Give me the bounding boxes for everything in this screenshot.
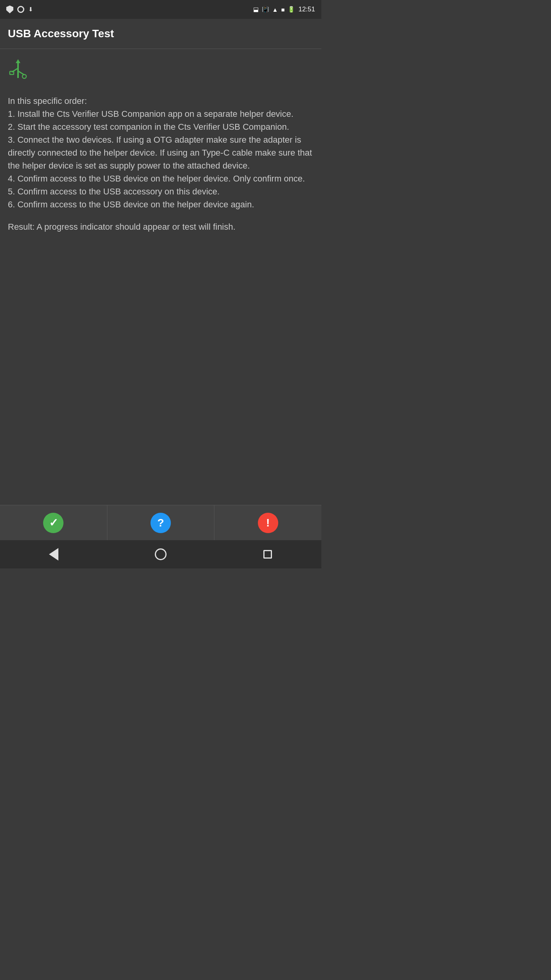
fail-icon-circle: !: [258, 513, 278, 533]
back-icon: [49, 548, 58, 561]
info-button[interactable]: ?: [107, 505, 214, 540]
shield-icon: [6, 5, 13, 13]
status-bar-right-icons: ⬓ 📳 ▲ ■ 🔋 12:51: [253, 5, 315, 13]
recents-icon: [263, 550, 272, 559]
svg-marker-1: [16, 59, 20, 63]
checkmark-icon: ✓: [49, 516, 58, 529]
signal-icon: ■: [281, 6, 285, 13]
info-icon-circle: ?: [150, 513, 171, 533]
status-bar-left-icons: ⬇: [6, 5, 33, 13]
back-button[interactable]: [42, 543, 65, 566]
result-text: Result: A progress indicator should appe…: [8, 220, 314, 233]
bluetooth-icon: ⬓: [253, 6, 259, 13]
home-icon: [155, 548, 167, 560]
record-icon: [17, 6, 24, 13]
status-bar: ⬇ ⬓ 📳 ▲ ■ 🔋 12:51: [0, 0, 321, 19]
pass-button[interactable]: ✓: [0, 505, 107, 540]
svg-point-5: [22, 74, 26, 78]
instructions-text: In this specific order: 1. Install the C…: [8, 94, 314, 211]
bottom-action-bar: ✓ ? !: [0, 505, 321, 540]
vibrate-icon: 📳: [262, 6, 269, 13]
fail-button[interactable]: !: [214, 505, 321, 540]
title-bar: USB Accessory Test: [0, 19, 321, 49]
recents-button[interactable]: [256, 543, 279, 566]
pass-icon-circle: ✓: [43, 513, 63, 533]
wifi-icon: ▲: [272, 6, 278, 13]
usb-icon: [8, 58, 314, 85]
main-content: In this specific order: 1. Install the C…: [0, 49, 321, 505]
home-button[interactable]: [149, 543, 172, 566]
exclamation-icon: !: [266, 517, 270, 529]
battery-icon: 🔋: [288, 6, 295, 13]
time-display: 12:51: [298, 5, 315, 13]
page-title: USB Accessory Test: [8, 27, 114, 40]
svg-rect-3: [10, 71, 14, 74]
download-icon: ⬇: [28, 6, 33, 13]
nav-bar: [0, 540, 321, 568]
question-icon: ?: [157, 517, 164, 529]
